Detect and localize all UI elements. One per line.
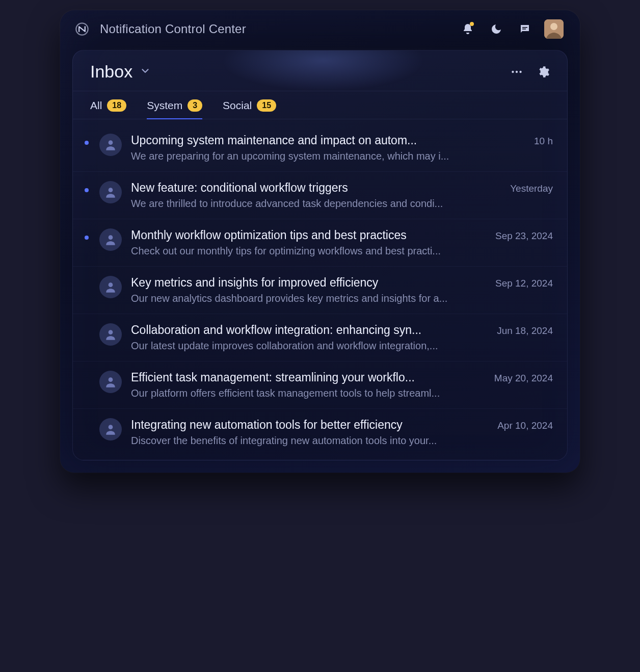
notifications-button[interactable] <box>459 20 477 38</box>
notification-snippet: We are thrilled to introduce advanced ta… <box>131 198 553 210</box>
notification-list: Upcoming system maintenance and impact o… <box>73 119 567 460</box>
notification-snippet: Discover the benefits of integrating new… <box>131 435 553 447</box>
unread-indicator-col <box>83 228 90 240</box>
notification-title: Efficient task management: streamlining … <box>131 371 484 384</box>
tab-all[interactable]: All18 <box>90 91 126 119</box>
notification-time: Yesterday <box>510 183 553 194</box>
notification-time: Sep 23, 2024 <box>495 230 553 242</box>
notification-title: Monthly workflow optimization tips and b… <box>131 228 485 242</box>
notification-badge-dot <box>470 22 474 26</box>
tab-label: System <box>147 99 182 112</box>
inbox-panel: Inbox All18System3Social15 Upcoming syst… <box>72 50 568 460</box>
settings-button[interactable] <box>537 65 550 79</box>
svg-point-11 <box>109 282 113 287</box>
notification-title: Upcoming system maintenance and impact o… <box>131 134 524 147</box>
sender-avatar-icon <box>99 371 122 393</box>
more-button[interactable] <box>510 65 523 79</box>
sender-avatar-icon <box>99 134 122 156</box>
notification-row[interactable]: Efficient task management: streamlining … <box>73 361 567 409</box>
notification-time: Apr 10, 2024 <box>497 420 553 431</box>
app-title: Notification Control Center <box>100 22 246 36</box>
notification-title: Collaboration and workflow integration: … <box>131 323 487 337</box>
svg-point-5 <box>512 70 514 72</box>
sender-avatar-icon <box>99 418 122 441</box>
panel-header: Inbox <box>73 50 567 91</box>
notification-title: Key metrics and insights for improved ef… <box>131 276 485 290</box>
unread-indicator-col <box>83 418 90 425</box>
app-window: Notification Control Center <box>60 10 580 473</box>
svg-point-10 <box>109 235 113 240</box>
unread-indicator-col <box>83 323 90 330</box>
svg-rect-2 <box>522 29 526 30</box>
app-logo-icon <box>74 21 90 37</box>
unread-indicator-col <box>83 371 90 378</box>
tabs: All18System3Social15 <box>73 91 567 119</box>
notification-row[interactable]: Monthly workflow optimization tips and b… <box>73 219 567 267</box>
notification-snippet: Our platform offers efficient task manag… <box>131 387 553 399</box>
tab-label: Social <box>223 99 252 112</box>
sender-avatar-icon <box>99 276 122 298</box>
svg-point-8 <box>109 140 113 145</box>
unread-indicator-col <box>83 181 90 192</box>
notification-snippet: Our new analytics dashboard provides key… <box>131 293 553 304</box>
svg-point-14 <box>109 425 113 429</box>
inbox-selector[interactable]: Inbox <box>90 62 151 82</box>
notification-row[interactable]: New feature: conditional workflow trigge… <box>73 172 567 219</box>
svg-point-7 <box>519 70 521 72</box>
svg-point-9 <box>109 188 113 192</box>
unread-dot-icon <box>85 141 89 145</box>
svg-point-12 <box>109 330 113 334</box>
sender-avatar-icon <box>99 181 122 203</box>
dark-mode-button[interactable] <box>487 20 505 38</box>
notification-title: Integrating new automation tools for bet… <box>131 418 487 432</box>
notification-time: Jun 18, 2024 <box>497 325 553 337</box>
notification-snippet: Check out our monthly tips for optimizin… <box>131 245 553 257</box>
tab-badge: 15 <box>257 99 276 112</box>
sender-avatar-icon <box>99 323 122 346</box>
notification-row[interactable]: Integrating new automation tools for bet… <box>73 409 567 456</box>
notification-time: May 20, 2024 <box>494 373 553 384</box>
notification-time: Sep 12, 2024 <box>495 278 553 289</box>
notification-row[interactable]: Collaboration and workflow integration: … <box>73 314 567 361</box>
chevron-down-icon <box>140 65 151 79</box>
notification-row[interactable]: Upcoming system maintenance and impact o… <box>73 124 567 172</box>
messages-button[interactable] <box>516 20 534 38</box>
notification-time: 10 h <box>534 136 553 147</box>
unread-dot-icon <box>85 188 89 192</box>
panel-title: Inbox <box>90 62 132 82</box>
svg-point-4 <box>550 23 557 30</box>
tab-social[interactable]: Social15 <box>223 91 276 119</box>
notification-snippet: We are preparing for an upcoming system … <box>131 150 553 162</box>
unread-indicator-col <box>83 134 90 145</box>
unread-indicator-col <box>83 276 90 283</box>
svg-point-6 <box>516 70 518 72</box>
svg-rect-1 <box>522 27 527 28</box>
user-avatar[interactable] <box>544 19 564 39</box>
notification-title: New feature: conditional workflow trigge… <box>131 181 500 195</box>
unread-dot-icon <box>85 236 89 240</box>
topbar: Notification Control Center <box>60 10 580 46</box>
tab-label: All <box>90 99 102 112</box>
tab-system[interactable]: System3 <box>147 91 202 119</box>
tab-badge: 3 <box>188 99 202 112</box>
notification-row[interactable]: Key metrics and insights for improved ef… <box>73 267 567 314</box>
tab-badge: 18 <box>107 99 126 112</box>
sender-avatar-icon <box>99 228 122 251</box>
notification-snippet: Our latest update improves collaboration… <box>131 340 553 352</box>
svg-point-13 <box>109 377 113 382</box>
